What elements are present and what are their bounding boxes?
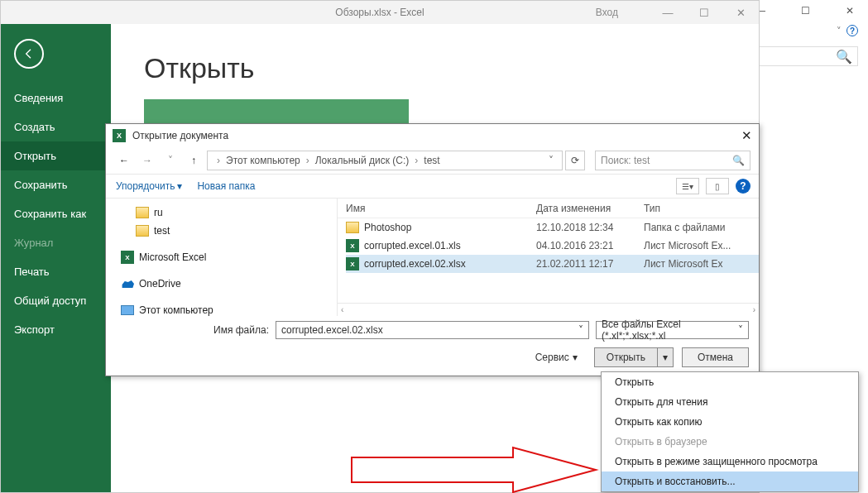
tree-node-test[interactable]: test: [121, 222, 337, 240]
sidebar-item-save[interactable]: Сохранить: [1, 170, 111, 199]
outer-chrome: — ☐ ✕: [742, 0, 868, 22]
sidebar-item-history: Журнал: [1, 228, 111, 257]
view-mode-button[interactable]: ☰▾: [676, 178, 699, 194]
folder-tree[interactable]: ru test XMicrosoft Excel OneDrive Этот к…: [106, 199, 338, 316]
menu-open-repair[interactable]: Открыть и восстановить...: [602, 471, 858, 491]
search-icon: 🔍: [732, 155, 745, 166]
search-placeholder: Поиск: test: [601, 155, 650, 166]
file-row[interactable]: Photoshop 12.10.2018 12:34 Папка с файла…: [346, 218, 759, 237]
dialog-bottom: Имя файла: corrupted.excel.02.xlsx˅ Все …: [106, 316, 759, 376]
folder-icon: [346, 222, 359, 233]
sidebar-item-saveas[interactable]: Сохранить как: [1, 199, 111, 228]
refresh-button[interactable]: ⟳: [565, 151, 585, 170]
excel-file-icon: X: [346, 257, 359, 270]
excel-title: Обзоры.xlsx - Excel: [335, 7, 424, 18]
tree-node-thispc[interactable]: Этот компьютер: [121, 301, 337, 316]
dialog-titlebar: X Открытие документа ✕: [106, 124, 759, 147]
filename-label: Имя файла:: [116, 324, 269, 336]
chevron-right-icon: ›: [216, 155, 221, 166]
backstage-sidebar: Сведения Создать Открыть Сохранить Сохра…: [1, 24, 111, 492]
open-split-button[interactable]: Открыть ▾: [594, 347, 674, 367]
preview-pane-button[interactable]: ▯: [706, 178, 729, 194]
menu-open-copy[interactable]: Открыть как копию: [602, 412, 858, 432]
col-type[interactable]: Тип: [644, 203, 751, 214]
sidebar-item-open[interactable]: Открыть: [1, 141, 111, 170]
organize-button[interactable]: Упорядочить▾: [116, 180, 182, 192]
help-button[interactable]: ?: [736, 179, 751, 194]
folder-icon: [136, 225, 149, 237]
sidebar-item-print[interactable]: Печать: [1, 257, 111, 286]
dialog-toolbar: Упорядочить▾ Новая папка ☰▾ ▯ ?: [106, 174, 759, 199]
open-dropdown-menu: Открыть Открыть для чтения Открыть как к…: [601, 371, 859, 492]
nav-forward: →: [137, 151, 157, 170]
breadcrumb-dropdown[interactable]: ˅: [545, 155, 557, 166]
tree-node-onedrive[interactable]: OneDrive: [121, 275, 337, 293]
excel-file-icon: X: [346, 239, 359, 252]
chevron-down-icon[interactable]: ˅: [738, 324, 743, 336]
nav-recent-dd[interactable]: ˅: [161, 151, 180, 170]
breadcrumb-2[interactable]: test: [422, 155, 441, 166]
sidebar-item-share[interactable]: Общий доступ: [1, 286, 111, 315]
open-button[interactable]: Открыть: [595, 348, 658, 366]
filename-input[interactable]: corrupted.excel.02.xlsx˅: [276, 321, 589, 339]
sidebar-item-info[interactable]: Сведения: [1, 84, 111, 112]
open-dropdown-toggle[interactable]: ▾: [658, 348, 673, 366]
breadcrumb-0[interactable]: Этот компьютер: [224, 155, 302, 166]
chevron-down-icon[interactable]: ˅: [578, 324, 583, 336]
onedrive-icon: [121, 280, 134, 288]
excel-close[interactable]: ✕: [722, 1, 759, 24]
excel-icon: X: [121, 251, 134, 264]
chevron-right-icon: ›: [305, 155, 310, 166]
col-date[interactable]: Дата изменения: [536, 203, 644, 214]
breadcrumb[interactable]: › Этот компьютер › Локальный диск (C:) ›…: [207, 151, 563, 170]
excel-titlebar: Обзоры.xlsx - Excel Вход — ☐ ✕: [1, 1, 759, 24]
file-row-selected[interactable]: Xcorrupted.excel.02.xlsx 21.02.2011 12:1…: [346, 255, 759, 273]
col-name[interactable]: Имя: [346, 203, 536, 214]
nav-up[interactable]: ↑: [184, 151, 204, 170]
back-button[interactable]: [14, 39, 44, 69]
sidebar-item-new[interactable]: Создать: [1, 112, 111, 141]
folder-icon: [136, 207, 149, 218]
menu-open-protected[interactable]: Открыть в режиме защищенного просмотра: [602, 452, 858, 471]
menu-open-readonly[interactable]: Открыть для чтения: [602, 392, 858, 412]
breadcrumb-1[interactable]: Локальный диск (C:): [314, 155, 411, 166]
chevron-right-icon: ›: [414, 155, 419, 166]
outer-max[interactable]: ☐: [787, 0, 823, 22]
file-filter[interactable]: Все файлы Excel (*.xl*;*.xlsx;*.xl˅: [596, 321, 749, 339]
file-row[interactable]: Xcorrupted.excel.01.xls 04.10.2016 23:21…: [346, 237, 759, 255]
cancel-button[interactable]: Отмена: [682, 347, 749, 367]
tree-node-ru[interactable]: ru: [121, 203, 337, 222]
file-list: Имя Дата изменения Тип Photoshop 12.10.2…: [338, 199, 759, 316]
menu-open-browser: Открыть в браузере: [602, 432, 858, 452]
tools-dropdown[interactable]: Сервис▾: [535, 352, 578, 363]
outer-close[interactable]: ✕: [832, 0, 868, 22]
file-list-header[interactable]: Имя Дата изменения Тип: [338, 199, 759, 218]
dialog-close[interactable]: ✕: [741, 128, 752, 143]
search-icon: 🔍: [836, 49, 852, 65]
page-title: Открыть: [144, 52, 759, 84]
file-open-dialog: X Открытие документа ✕ ← → ˅ ↑ › Этот ко…: [105, 123, 760, 376]
dialog-nav: ← → ˅ ↑ › Этот компьютер › Локальный дис…: [106, 147, 759, 174]
pc-icon: [121, 305, 134, 315]
excel-login[interactable]: Вход: [596, 7, 618, 18]
dialog-title: Открытие документа: [132, 130, 228, 141]
excel-app-icon: X: [113, 129, 126, 142]
excel-max[interactable]: ☐: [686, 1, 722, 24]
dialog-search[interactable]: Поиск: test 🔍: [595, 151, 751, 170]
sidebar-item-export[interactable]: Экспорт: [1, 315, 111, 344]
newfolder-button[interactable]: Новая папка: [197, 180, 255, 192]
nav-back[interactable]: ←: [114, 151, 134, 170]
tree-node-excel[interactable]: XMicrosoft Excel: [121, 248, 337, 266]
excel-min[interactable]: —: [650, 1, 686, 24]
outer-caret-bar[interactable]: ˅?: [837, 25, 858, 36]
menu-open[interactable]: Открыть: [602, 372, 858, 392]
h-scrollbar[interactable]: ‹›: [338, 303, 759, 316]
